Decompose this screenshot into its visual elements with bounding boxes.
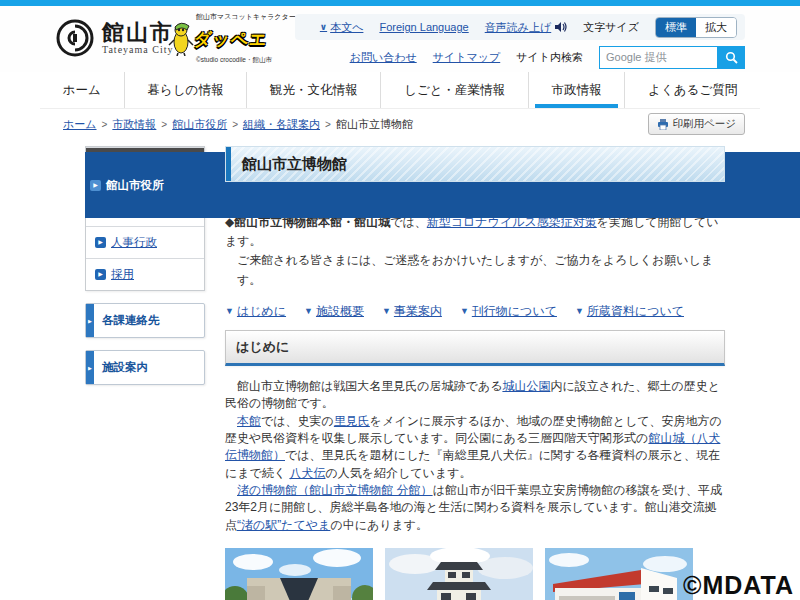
text-link[interactable]: 渚の博物館（館山市立博物館 分館）	[237, 483, 433, 497]
sidebar-boxes: ▶各課連絡先▶施設案内	[85, 303, 205, 385]
text-run: 館山市立博物館は戦国大名里見氏の居城跡である	[225, 379, 502, 393]
triangle-down-icon: ▼	[575, 306, 584, 316]
sidebar-box-施設案内[interactable]: ▶施設案内	[85, 350, 205, 385]
anchor-link-事業案内[interactable]: ▼事業案内	[382, 303, 442, 320]
breadcrumb-separator: >	[325, 119, 331, 130]
foreign-language-link[interactable]: Foreign Language	[379, 21, 468, 33]
breadcrumb-separator: >	[102, 119, 108, 130]
sidebar-item-label: 採用	[111, 267, 134, 282]
breadcrumb-link[interactable]: 組織・各課案内	[243, 118, 320, 130]
anchor-link-label: 事業案内	[394, 303, 442, 320]
text-link[interactable]: “渚の駅”たてやま	[237, 518, 330, 532]
triangle-down-icon: ▼	[225, 306, 234, 316]
anchor-link-label: 施設概要	[316, 303, 364, 320]
nav-item-よくあるご質問[interactable]: よくあるご質問	[624, 72, 760, 108]
utility-links: ∨ 本文へ Foreign Language 音声読み上げ 文字サイズ 標準 拡…	[295, 14, 745, 70]
text-run	[225, 483, 237, 497]
font-size-toggle: 標準 拡大	[655, 17, 737, 38]
anchor-link-label: 所蔵資料について	[587, 303, 684, 320]
sitemap-link[interactable]: サイトマップ	[433, 50, 501, 65]
breadcrumb-link[interactable]: ホーム	[63, 118, 97, 130]
photo-row	[225, 548, 725, 600]
sidebar-item-採用[interactable]: ▶採用	[86, 258, 204, 290]
text-run: では、史実の	[261, 414, 334, 428]
notice-line: ◆館山市立博物館本館・館山城では、新型コロナウイルス感染症対策を実施して開館して…	[225, 213, 725, 251]
arrow-right-icon: ▶	[90, 180, 101, 191]
anchor-link-刊行物について[interactable]: ▼刊行物について	[460, 303, 557, 320]
city-logo[interactable]: 館山市 Tateyama City	[55, 18, 174, 58]
arrow-right-icon: ▶	[86, 351, 94, 384]
sidebar-box-label: 各課連絡先	[102, 314, 160, 326]
breadcrumb: ホーム>市政情報>館山市役所>組織・各課案内>館山市立博物館	[63, 117, 413, 132]
text-link[interactable]: 本館	[237, 414, 261, 428]
paragraph: 館山市立博物館は戦国大名里見氏の居城跡である城山公園内に設立された、郷土の歴史と…	[225, 378, 725, 413]
font-size-standard-button[interactable]: 標準	[656, 18, 696, 37]
nav-item-観光・文化情報[interactable]: 観光・文化情報	[246, 72, 380, 108]
triangle-down-icon: ▼	[382, 306, 391, 316]
to-content-link[interactable]: ∨ 本文へ	[320, 20, 364, 35]
content-area: ▶館山市役所▶組織・各課案内▶公共施設のご案内▶人事行政▶採用 ▶各課連絡先▶施…	[85, 146, 725, 600]
sidebar-box-label: 施設案内	[102, 361, 148, 373]
mascot-credit: ©studio crocodile・館山市	[196, 56, 298, 65]
text-link[interactable]: 里見氏	[334, 414, 370, 428]
search-button[interactable]	[717, 46, 745, 69]
arrow-right-icon: ▶	[86, 304, 94, 337]
text-link[interactable]: 城山公園	[502, 379, 550, 393]
city-name-en: Tateyama City	[102, 44, 174, 55]
text-run	[225, 414, 237, 428]
city-name: 館山市	[102, 21, 174, 44]
breadcrumb-link[interactable]: 市政情報	[112, 118, 156, 130]
breadcrumb-bar: ホーム>市政情報>館山市役所>組織・各課案内>館山市立博物館 印刷用ページ	[63, 113, 745, 139]
read-aloud-link[interactable]: 音声読み上げ	[485, 20, 568, 35]
text-run: ご来館される皆さまには、ご迷惑をおかけいたしますが、ご協力をよろしくお願いします…	[237, 253, 713, 286]
anchor-link-label: 刊行物について	[472, 303, 557, 320]
nav-item-暮らしの情報[interactable]: 暮らしの情報	[124, 72, 247, 108]
text-run: の人気を紹介しています。	[325, 466, 471, 480]
sidebar-menu: ▶館山市役所▶組織・各課案内▶公共施設のご案内▶人事行政▶採用	[85, 146, 205, 291]
watermark: ©MDATA	[683, 571, 794, 600]
sidebar: ▶館山市役所▶組織・各課案内▶公共施設のご案内▶人事行政▶採用 ▶各課連絡先▶施…	[85, 146, 205, 600]
arrow-right-icon: ▶	[95, 269, 106, 280]
text-link[interactable]: 八犬伝	[289, 466, 325, 480]
breadcrumb-link[interactable]: 館山市役所	[172, 118, 227, 130]
anchor-link-label: はじめに	[237, 303, 286, 320]
mascot-block: 館山市マスコットキャラクター ダッペエ ©studio crocodile・館山…	[168, 12, 298, 65]
mascot-character-icon	[168, 22, 194, 56]
breadcrumb-separator: >	[232, 119, 238, 130]
anchor-link-所蔵資料について[interactable]: ▼所蔵資料について	[575, 303, 684, 320]
nav-item-しごと・産業情報[interactable]: しごと・産業情報	[380, 72, 528, 108]
notice: ◆館山市立博物館本館・館山城では、新型コロナウイルス感染症対策を実施して開館して…	[225, 213, 725, 290]
site-search-label: サイト内検索	[516, 50, 583, 65]
city-emblem-icon	[55, 18, 95, 58]
speaker-icon	[554, 21, 567, 33]
anchor-link-施設概要[interactable]: ▼施設概要	[304, 303, 364, 320]
printer-icon	[657, 119, 669, 130]
sidebar-box-各課連絡先[interactable]: ▶各課連絡先	[85, 303, 205, 338]
anchor-links: ▼はじめに▼施設概要▼事業案内▼刊行物について▼所蔵資料について	[225, 303, 725, 320]
page: 館山市 Tateyama City 館山市マスコットキャラクター ダッペエ	[0, 0, 800, 600]
mascot-caption: 館山市マスコットキャラクター	[196, 12, 298, 22]
paragraph: 本館では、史実の里見氏をメインに展示するほか、地域の歴史博物館として、安房地方の…	[225, 413, 725, 483]
sidebar-item-人事行政[interactable]: ▶人事行政	[86, 226, 204, 258]
nav-item-市政情報[interactable]: 市政情報	[528, 72, 625, 108]
section-heading: はじめに	[225, 330, 725, 366]
arrow-right-icon: ▶	[95, 237, 106, 248]
breadcrumb-separator: >	[161, 119, 167, 130]
print-page-button[interactable]: 印刷用ページ	[648, 113, 746, 135]
body-paragraphs: 館山市立博物館は戦国大名里見氏の居城跡である城山公園内に設立された、郷土の歴史と…	[225, 378, 725, 535]
contact-link[interactable]: お問い合わせ	[350, 50, 417, 65]
font-size-label: 文字サイズ	[583, 20, 639, 35]
triangle-down-icon: ▼	[304, 306, 313, 316]
font-size-large-button[interactable]: 拡大	[696, 18, 736, 37]
triangle-down-icon: ▼	[460, 306, 469, 316]
anchor-link-はじめに[interactable]: ▼はじめに	[225, 303, 286, 320]
notice-line: ご来館される皆さまには、ご迷惑をおかけいたしますが、ご協力をよろしくお願いします…	[225, 251, 725, 289]
main-nav: ホーム暮らしの情報観光・文化情報しごと・産業情報市政情報よくあるご質問	[40, 72, 760, 109]
site-search-input[interactable]	[599, 46, 717, 69]
mascot-name: ダッペエ	[193, 28, 269, 51]
site-header: 館山市 Tateyama City 館山市マスコットキャラクター ダッペエ	[0, 6, 800, 72]
nav-item-ホーム[interactable]: ホーム	[40, 72, 124, 108]
nagisa-no-eki-photo	[545, 548, 693, 600]
search-icon	[725, 51, 738, 64]
sidebar-item-label: 館山市役所	[106, 178, 164, 193]
